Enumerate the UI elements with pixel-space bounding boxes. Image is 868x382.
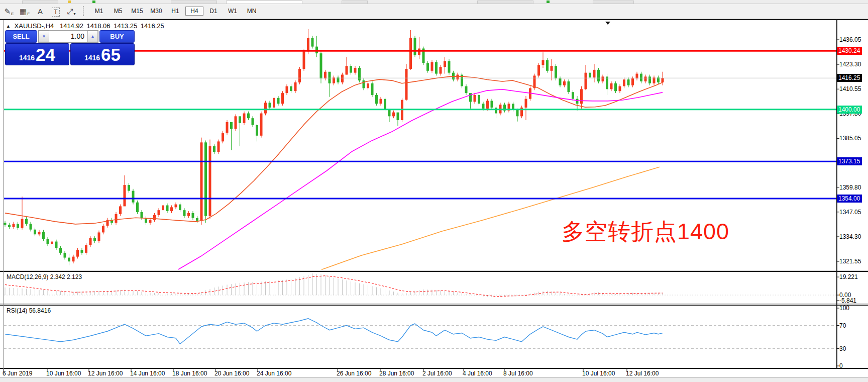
price-tick-label: 1321.55	[839, 258, 861, 265]
price-tick-label: 1347.05	[839, 209, 861, 216]
candle-body	[81, 250, 83, 253]
candle-body	[375, 95, 378, 104]
candle-body	[136, 203, 139, 212]
candle-body	[465, 86, 468, 93]
candle-body	[440, 67, 442, 73]
candle-body	[525, 99, 527, 108]
one-click-trading-panel: SELL ▼ 1.00 ▲ BUY 1416 24 1416 65	[5, 30, 135, 65]
candle-body	[230, 122, 233, 129]
candle-body	[448, 61, 451, 73]
candle-body	[21, 219, 24, 228]
candle-body	[414, 38, 416, 55]
candle-body	[252, 118, 254, 125]
candle-body	[192, 213, 194, 218]
candle-body	[593, 70, 596, 77]
candle-body	[85, 245, 87, 252]
candle-body	[311, 38, 314, 46]
panel-separator	[0, 270, 868, 270]
candle-body	[444, 61, 446, 67]
candle-body	[89, 238, 92, 245]
candle-body	[358, 68, 361, 80]
candle-body	[290, 86, 292, 91]
candle-body	[333, 77, 335, 83]
volume-up-button[interactable]: ▲	[87, 31, 98, 42]
candle-body	[537, 65, 540, 75]
panel-separator[interactable]	[0, 271, 868, 272]
candle-body	[606, 76, 608, 89]
candle-body	[47, 239, 49, 244]
rsi-scale-label: 30	[839, 345, 846, 352]
buy-button[interactable]: BUY	[99, 30, 135, 43]
candle-body	[614, 83, 617, 91]
price-badge-1400.00: 1400.00	[837, 106, 862, 114]
rsi-scale-label: 70	[839, 322, 846, 329]
candle-body	[346, 66, 348, 74]
candle-body	[38, 232, 41, 234]
candle-body	[392, 113, 395, 117]
candle-body	[397, 113, 399, 120]
candle-body	[418, 49, 420, 55]
candle-body	[631, 78, 634, 85]
candle-body	[30, 224, 32, 230]
candle-body	[597, 70, 600, 81]
candle-body	[555, 66, 557, 78]
candle-body	[8, 225, 11, 227]
candle-body	[76, 250, 79, 256]
candle-body	[204, 142, 207, 216]
candle-body	[72, 257, 75, 262]
macd-scale-label: 19.221	[839, 273, 858, 280]
buy-price-display[interactable]: 1416 65	[70, 43, 135, 65]
candle-body	[457, 75, 459, 80]
time-axis-label: 12 Jun 16:00	[88, 370, 123, 377]
candle-body	[320, 53, 322, 78]
candle-body	[482, 104, 485, 109]
candle-body	[559, 78, 562, 85]
candle-body	[426, 63, 429, 70]
candle-body	[34, 230, 36, 235]
symbol-period-label: XAUUSD-,H4	[15, 22, 54, 30]
candle-body	[644, 76, 647, 81]
volume-input[interactable]: 1.00	[49, 31, 87, 42]
candle-body	[298, 69, 301, 82]
candle-body	[619, 86, 621, 91]
time-axis-label: 4 Jul 16:00	[463, 370, 492, 377]
candle-body	[315, 47, 318, 53]
time-axis-label: 10 Jun 16:00	[46, 370, 81, 377]
time-axis-label: 28 Jun 16:00	[379, 370, 414, 377]
price-tick-label: 1410.55	[839, 85, 861, 92]
panel-separator	[0, 368, 868, 369]
chart-ohlc-title: ▲ XAUUSD-,H4 1414.92 1418.06 1413.25 141…	[6, 22, 166, 30]
price-tick-label: 1359.80	[839, 184, 861, 191]
candle-body	[371, 83, 374, 95]
candle-body	[478, 95, 480, 104]
volume-down-button[interactable]: ▼	[39, 31, 49, 42]
candle-body	[166, 206, 169, 212]
rsi-scale-label: 0	[839, 362, 843, 369]
candle-body	[98, 232, 100, 241]
candle-body	[486, 101, 489, 109]
candle-body	[269, 103, 271, 108]
candle-body	[170, 207, 173, 211]
frame-line	[0, 377, 868, 377]
candle-body	[585, 73, 587, 89]
candle-body	[350, 66, 352, 72]
candle-body	[602, 76, 604, 81]
candle-body	[273, 98, 275, 108]
candle-body	[158, 210, 160, 215]
panel-separator[interactable]	[0, 305, 868, 306]
candle-body	[329, 72, 331, 83]
sell-button[interactable]: SELL	[5, 30, 37, 43]
price-badge-1354.00: 1354.00	[837, 195, 862, 203]
candle-body	[491, 101, 493, 108]
collapse-panel-icon[interactable]: ▲	[6, 24, 11, 29]
candle-body	[640, 74, 642, 81]
candle-body	[119, 206, 122, 214]
candle-body	[341, 75, 344, 82]
candle-body	[243, 114, 246, 123]
frame-line	[0, 19, 868, 19]
sell-price-display[interactable]: 1416 24	[5, 43, 69, 65]
close-value: 1416.25	[141, 22, 164, 30]
candle-body	[324, 72, 327, 78]
candle-body	[235, 116, 237, 129]
candle-body	[226, 122, 229, 133]
